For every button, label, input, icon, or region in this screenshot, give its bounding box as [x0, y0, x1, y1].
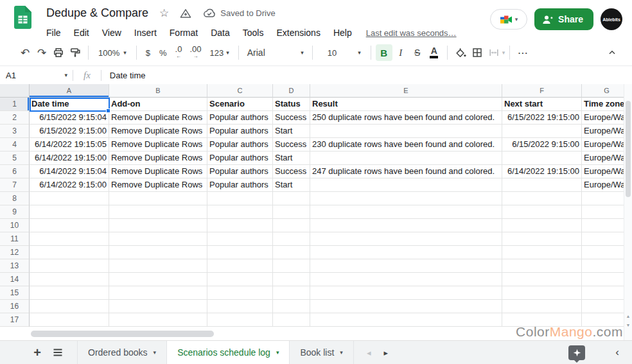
cell-B17[interactable]	[109, 313, 207, 327]
cell-B12[interactable]	[109, 246, 207, 259]
all-sheets-button[interactable]	[50, 345, 66, 360]
cell-F3[interactable]	[502, 125, 582, 138]
cell-D9[interactable]	[273, 205, 310, 219]
cell-B10[interactable]	[109, 219, 207, 232]
scroll-up-button[interactable]: ▲	[624, 313, 632, 320]
vertical-scrollbar-thumb[interactable]	[626, 101, 631, 197]
formula-input[interactable]: Date time	[101, 71, 146, 80]
cell-F17[interactable]	[502, 313, 582, 327]
menu-extensions[interactable]: Extensions	[270, 26, 326, 39]
cell-F6[interactable]: 6/14/2022 19:15:00	[502, 165, 582, 178]
menu-file[interactable]: File	[40, 26, 67, 39]
document-title[interactable]: Dedupe & Compare	[46, 6, 148, 20]
cell-A3[interactable]: 6/15/2022 9:15:00	[30, 125, 109, 138]
menu-format[interactable]: Format	[163, 26, 204, 39]
cell-A7[interactable]: 6/14/2022 9:15:00	[30, 178, 109, 192]
menu-data[interactable]: Data	[204, 26, 236, 39]
cell-D10[interactable]	[273, 219, 310, 232]
cell-F14[interactable]	[502, 273, 582, 286]
cell-A17[interactable]	[30, 313, 109, 327]
cell-A5[interactable]: 6/14/2022 19:15:00	[30, 152, 109, 165]
redo-button[interactable]: ↷	[33, 44, 50, 61]
cell-A12[interactable]	[30, 246, 109, 259]
cell-D6[interactable]: Success	[273, 165, 310, 178]
cell-F12[interactable]	[502, 246, 582, 259]
row-header-5[interactable]: 5	[0, 152, 30, 165]
cell-F1[interactable]: Next start	[502, 98, 582, 111]
cell-F7[interactable]	[502, 178, 582, 192]
cell-D3[interactable]: Start	[273, 125, 310, 138]
increase-decimal-button[interactable]: .00 →	[186, 46, 205, 60]
menu-insert[interactable]: Insert	[128, 26, 163, 39]
meet-button[interactable]: ▾	[490, 9, 527, 30]
more-toolbar-button[interactable]: ⋯	[514, 44, 531, 61]
cell-F9[interactable]	[502, 205, 582, 219]
cell-E6[interactable]: 247 duplicate rows have been found and c…	[310, 165, 502, 178]
cell-B8[interactable]	[109, 192, 207, 205]
cell-C11[interactable]	[207, 232, 273, 246]
next-sheets-button[interactable]: ▸	[383, 348, 388, 358]
cell-C4[interactable]: Popular authors	[207, 138, 273, 152]
last-edit-link[interactable]: Last edit was seconds…	[366, 28, 457, 38]
prev-sheets-button[interactable]: ◂	[367, 348, 371, 358]
row-header-7[interactable]: 7	[0, 178, 30, 192]
cell-A10[interactable]	[30, 219, 109, 232]
sheet-tab-ordered-books[interactable]: Ordered books▾	[77, 341, 166, 364]
cell-E3[interactable]	[310, 125, 502, 138]
cell-F2[interactable]: 6/15/2022 19:15:00	[502, 111, 582, 125]
cell-C3[interactable]: Popular authors	[207, 125, 273, 138]
merge-caret-icon[interactable]: ▾	[502, 49, 505, 56]
cell-C14[interactable]	[207, 273, 273, 286]
cell-C5[interactable]: Popular authors	[207, 152, 273, 165]
cell-A6[interactable]: 6/14/2022 9:15:04	[30, 165, 109, 178]
cell-B4[interactable]: Remove Duplicate Rows	[109, 138, 207, 152]
cell-D16[interactable]	[273, 300, 310, 313]
cell-B15[interactable]	[109, 286, 207, 300]
strikethrough-button[interactable]: S	[409, 44, 426, 61]
menu-view[interactable]: View	[96, 26, 128, 39]
cell-C6[interactable]: Popular authors	[207, 165, 273, 178]
cell-C10[interactable]	[207, 219, 273, 232]
menu-help[interactable]: Help	[327, 26, 358, 39]
cell-B9[interactable]	[109, 205, 207, 219]
cell-A11[interactable]	[30, 232, 109, 246]
column-header-B[interactable]: B	[109, 84, 207, 98]
cell-A1[interactable]: Date time	[30, 98, 109, 111]
row-header-13[interactable]: 13	[0, 259, 30, 273]
row-header-6[interactable]: 6	[0, 165, 30, 178]
cell-E14[interactable]	[310, 273, 502, 286]
add-shortcut-to-drive-icon[interactable]	[180, 8, 191, 19]
cell-C8[interactable]	[207, 192, 273, 205]
cell-E5[interactable]	[310, 152, 502, 165]
cell-E2[interactable]: 250 duplicate rows have been found and c…	[310, 111, 502, 125]
cell-E16[interactable]	[310, 300, 502, 313]
horizontal-scrollbar-thumb[interactable]	[31, 331, 214, 337]
cell-C1[interactable]: Scenario	[207, 98, 273, 111]
cell-B7[interactable]: Remove Duplicate Rows	[109, 178, 207, 192]
cell-D4[interactable]: Success	[273, 138, 310, 152]
collapse-side-panel-button[interactable]: ‹	[615, 346, 619, 359]
cell-C7[interactable]: Popular authors	[207, 178, 273, 192]
cell-C17[interactable]	[207, 313, 273, 327]
cell-C12[interactable]	[207, 246, 273, 259]
cell-C16[interactable]	[207, 300, 273, 313]
cell-D15[interactable]	[273, 286, 310, 300]
column-header-F[interactable]: F	[502, 84, 582, 98]
borders-button[interactable]	[469, 44, 486, 61]
row-header-17[interactable]: 17	[0, 313, 30, 327]
cell-E10[interactable]	[310, 219, 502, 232]
cell-A13[interactable]	[30, 259, 109, 273]
cell-E15[interactable]	[310, 286, 502, 300]
cell-A4[interactable]: 6/14/2022 19:15:05	[30, 138, 109, 152]
add-sheet-button[interactable]: +	[30, 345, 45, 360]
column-header-E[interactable]: E	[310, 84, 502, 98]
cell-E1[interactable]: Result	[310, 98, 502, 111]
cell-B13[interactable]	[109, 259, 207, 273]
cell-B2[interactable]: Remove Duplicate Rows	[109, 111, 207, 125]
menu-edit[interactable]: Edit	[67, 26, 96, 39]
vertical-scrollbar[interactable]: ▲ ▼	[624, 84, 632, 340]
font-family-select[interactable]: Arial ▾	[243, 48, 308, 58]
saved-to-drive-cloud-icon[interactable]	[202, 8, 216, 18]
cell-A14[interactable]	[30, 273, 109, 286]
cell-E8[interactable]	[310, 192, 502, 205]
